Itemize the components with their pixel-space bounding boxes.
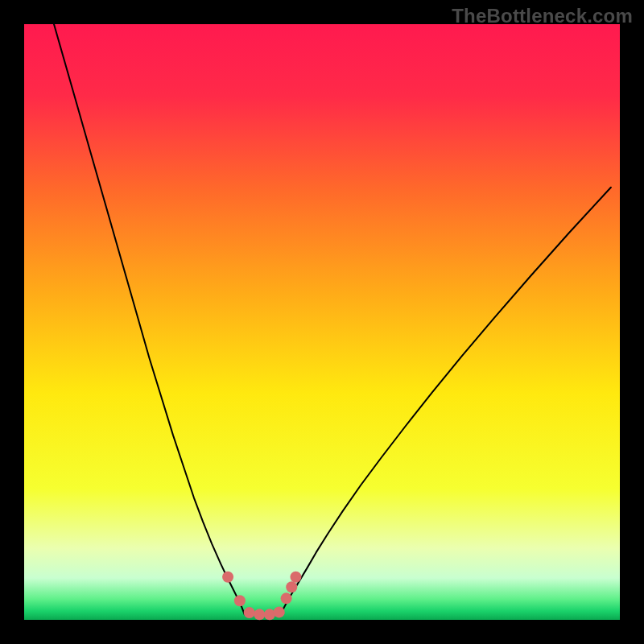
marker-dip-markers — [254, 609, 265, 620]
watermark-text: TheBottleneck.com — [452, 5, 633, 27]
marker-dip-markers — [234, 595, 246, 606]
chart-frame: TheBottleneck.com — [0, 0, 644, 644]
marker-dip-markers — [222, 572, 233, 583]
marker-dip-markers — [286, 581, 297, 592]
chart-plot — [24, 24, 620, 620]
marker-dip-markers — [281, 592, 292, 604]
marker-dip-markers — [274, 606, 285, 617]
marker-dip-markers — [264, 609, 275, 620]
marker-dip-markers — [290, 572, 301, 583]
chart-background — [24, 24, 620, 620]
marker-dip-markers — [244, 607, 255, 618]
